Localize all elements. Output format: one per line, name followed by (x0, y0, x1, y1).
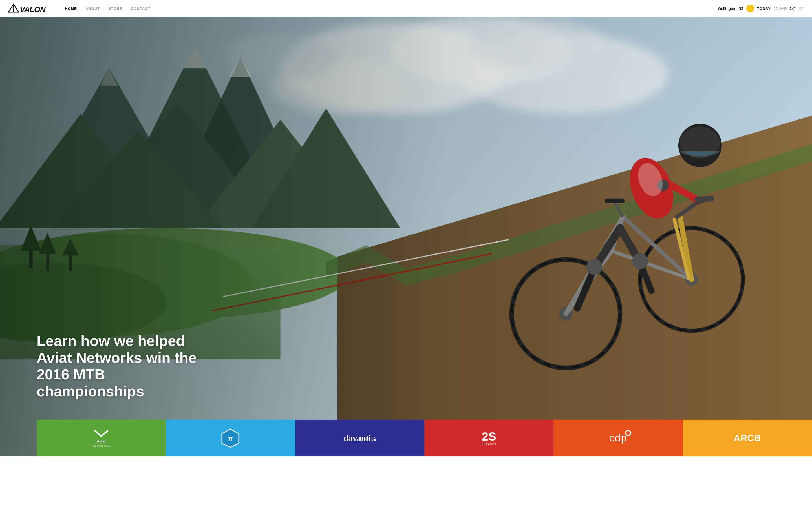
cdp-logo: cdp (609, 432, 627, 444)
weather-sun-icon (746, 4, 754, 12)
navbar: VALON HOME ABOUT STORE CONTACT Wellingto… (0, 0, 812, 17)
weather-temp-high: 24° (790, 6, 795, 11)
hero-content: Learn how we helped Aviat Networks win t… (37, 333, 206, 400)
nav-about-link[interactable]: ABOUT (86, 6, 100, 11)
brand-strip: AviatNETWORKS π davanti⅛ 2S 2Shakes (37, 420, 812, 456)
weather-location: Wellington, NZ (718, 6, 744, 11)
nav-store[interactable]: STORE (108, 6, 122, 11)
weather-today-label: TODAY (757, 6, 771, 11)
nav-home[interactable]: HOME (65, 6, 77, 11)
brand-tile-2shakes[interactable]: 2S 2Shakes (424, 420, 553, 456)
weather-temp-low: 12° (798, 6, 804, 11)
brand-tile-parametric[interactable]: π (166, 420, 295, 456)
svg-text:π: π (228, 435, 233, 442)
weather-section: Wellington, NZ TODAY 26 MAR 24° 12° (718, 4, 804, 12)
brand-tile-arcb[interactable]: ARCB (683, 420, 812, 456)
hero-section: Learn how we helped Aviat Networks win t… (0, 0, 812, 456)
nav-contact[interactable]: CONTACT (131, 6, 151, 11)
nav-about[interactable]: ABOUT (86, 6, 100, 11)
brand-tile-davanti[interactable]: davanti⅛ (295, 420, 424, 456)
aviat-name: AviatNETWORKS (92, 439, 111, 448)
parametric-logo-icon: π (220, 428, 240, 448)
davanti-logo-text: davanti⅛ (344, 433, 376, 443)
aviat-logo: AviatNETWORKS (92, 429, 111, 448)
nav-links: HOME ABOUT STORE CONTACT (65, 6, 718, 11)
logo-svg: VALON (8, 3, 54, 14)
brand-tile-aviat[interactable]: AviatNETWORKS (37, 420, 166, 456)
weather-date: 26 MAR (774, 6, 787, 11)
svg-text:VALON: VALON (20, 5, 46, 14)
logo[interactable]: VALON (8, 3, 54, 14)
2shakes-logo: 2S 2Shakes (481, 431, 497, 446)
hero-title: Learn how we helped Aviat Networks win t… (37, 333, 206, 400)
nav-store-link[interactable]: STORE (108, 6, 122, 11)
brand-tile-cdp[interactable]: cdp (553, 420, 682, 456)
nav-home-link[interactable]: HOME (65, 6, 77, 11)
aviat-chevron-icon (94, 429, 109, 438)
nav-contact-link[interactable]: CONTACT (131, 6, 151, 11)
arcb-logo-text: ARCB (734, 433, 761, 443)
